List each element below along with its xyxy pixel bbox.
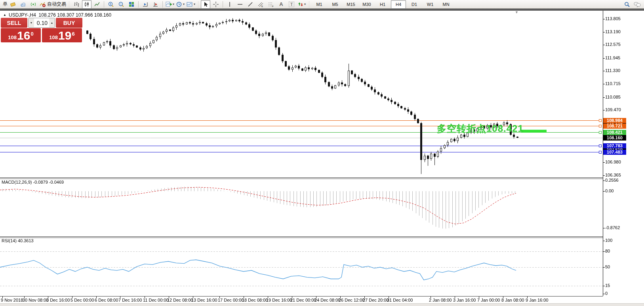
vertical-line-tool-button[interactable] — [225, 0, 234, 9]
toolbar-grip[interactable] — [308, 1, 310, 8]
crosshair-tool-button[interactable] — [211, 0, 221, 9]
volume-decrease-button[interactable]: ▼ — [29, 18, 34, 27]
mql5-cloud-button[interactable] — [18, 0, 28, 9]
chart-shift-button[interactable] — [151, 0, 160, 9]
timeframe-mn-button[interactable]: MN — [438, 0, 453, 9]
gold-chip-icon — [10, 1, 16, 8]
macd-indicator-label: MACD(12,26,9) -0.0879 -0.0469 — [2, 180, 64, 184]
volume-input[interactable]: 0.10 — [34, 18, 49, 27]
signals-button[interactable] — [29, 0, 38, 9]
volume-increase-button[interactable]: ▲ — [49, 18, 55, 27]
timeframe-m5-button[interactable]: M5 — [328, 0, 343, 9]
price-tick-label: 106.980 — [605, 160, 621, 164]
dropdown-caret[interactable]: ▾ — [173, 2, 174, 6]
timeframe-h1-button[interactable]: H1 — [375, 0, 390, 9]
dropdown-caret[interactable]: ▾ — [304, 2, 306, 6]
price-tick-label: 113.805 — [605, 16, 621, 21]
trendline-tool-button[interactable] — [246, 0, 255, 9]
channel-tool-button[interactable]: E — [256, 0, 265, 9]
time-axis-label: 19 Dec 16:00 — [266, 298, 292, 302]
buy-price-button[interactable]: 108 19 6 — [42, 28, 82, 42]
timeframe-m30-button[interactable]: M30 — [359, 0, 374, 9]
candles-mode-button[interactable] — [82, 0, 91, 9]
pane-separator[interactable] — [0, 177, 603, 178]
channel-icon: E — [257, 1, 264, 8]
price-level-label: 107.483 — [603, 150, 626, 155]
search-button[interactable] — [622, 0, 632, 9]
bar-chart-mode-button[interactable] — [72, 0, 81, 9]
price-level-label: 108.421 — [603, 130, 626, 135]
price-tick-label: 109.470 — [605, 107, 621, 112]
time-axis-label: 26 Dec 12:00 — [339, 298, 364, 302]
autotrading-label: 自动交易 — [47, 1, 66, 8]
price-level-marker — [599, 151, 602, 154]
price-tick-label: 110.715 — [605, 81, 621, 86]
templates-button[interactable]: ▾ — [186, 0, 196, 9]
rsi-tick-label: 15 — [605, 283, 610, 288]
text-tool-button[interactable]: A — [276, 0, 286, 9]
timeframe-m1-button[interactable]: M1 — [312, 0, 327, 9]
cursor-tool-button[interactable] — [201, 0, 210, 9]
buy-price-pip: 6 — [72, 28, 74, 40]
zoom-out-icon — [118, 1, 124, 8]
time-axis-label: 7 Dec 16:00 — [118, 298, 142, 302]
sell-price-button[interactable]: 108 16 0 — [1, 28, 41, 42]
collapse-marker-icon[interactable]: ▲ — [3, 13, 6, 17]
new-order-partial-label[interactable]: 单 — [3, 1, 8, 8]
pane-separator[interactable] — [0, 179, 603, 179]
time-axis-label: 8 Jan 08:00 — [501, 298, 524, 302]
macd-tick-label: 0.2556 — [605, 178, 619, 182]
toolbar-grip[interactable] — [68, 1, 70, 8]
time-axis-label: 11 Dec 00:00 — [143, 298, 169, 302]
scroll-to-end-icon[interactable]: ▼ — [515, 10, 518, 14]
current-price-label: 108.160 — [603, 135, 626, 141]
bar-chart-icon — [73, 1, 80, 8]
sell-button[interactable]: SELL — [1, 18, 27, 28]
tile-windows-button[interactable] — [127, 0, 136, 9]
pane-separator[interactable] — [0, 236, 603, 237]
price-tick-label: 110.085 — [605, 95, 621, 99]
timeframe-w1-button[interactable]: W1 — [423, 0, 438, 9]
price-tick-label: 112.575 — [605, 42, 621, 47]
auto-scroll-button[interactable] — [141, 0, 150, 9]
history-center-button[interactable] — [8, 0, 17, 9]
time-axis-label: 7 Jan 00:00 — [477, 298, 500, 302]
text-label-tool-button[interactable]: T — [287, 0, 296, 9]
price-level-marker — [599, 119, 602, 122]
autotrading-button[interactable]: 自动交易 — [39, 0, 67, 9]
price-tick-label: 111.945 — [605, 55, 620, 60]
fibonacci-tool-button[interactable]: F — [266, 0, 276, 9]
status-strip — [0, 303, 644, 306]
buy-button[interactable]: BUY — [56, 18, 82, 28]
zoom-in-button[interactable] — [106, 0, 116, 9]
dropdown-caret[interactable]: ▾ — [194, 2, 195, 6]
zoom-in-icon — [108, 1, 114, 8]
line-chart-mode-button[interactable] — [92, 0, 102, 9]
search-icon — [624, 1, 630, 8]
chart-canvas[interactable] — [0, 0, 644, 306]
dropdown-caret[interactable]: ▾ — [183, 2, 185, 6]
timeframe-d1-button[interactable]: D1 — [407, 0, 422, 9]
chart-title: USDJPY-,H4 108.276 108.307 107.966 108.1… — [9, 12, 111, 18]
trend-annotation-text[interactable]: 多空转折点108.421 — [437, 122, 524, 135]
horizontal-line-tool-button[interactable] — [235, 0, 245, 9]
timeframe-m15-button[interactable]: M15 — [343, 0, 358, 9]
zoom-out-button[interactable] — [116, 0, 126, 9]
timeframe-h4-button[interactable]: H4 — [391, 0, 406, 9]
cloud-icon — [20, 1, 26, 8]
toolbar-grip[interactable] — [197, 1, 199, 8]
pane-separator[interactable] — [0, 238, 603, 238]
time-axis-label: 9 Nov 2018 — [1, 298, 23, 302]
arrows-tool-button[interactable]: ▾ — [297, 0, 307, 9]
rsi-indicator-label: RSI(14) 40.3613 — [2, 238, 34, 243]
indicators-button[interactable]: ▾ — [165, 0, 175, 9]
add-indicator-icon — [165, 1, 172, 8]
svg-text:F: F — [272, 5, 274, 8]
price-level-label: 107.783 — [603, 143, 626, 148]
horizontal-line-icon — [237, 1, 243, 8]
chat-button[interactable] — [633, 0, 642, 9]
macd-tick-label: -0.8762 — [605, 225, 620, 230]
arrows-icon — [298, 1, 303, 8]
chat-icon — [634, 1, 641, 8]
periods-button[interactable]: ▾ — [175, 0, 185, 9]
